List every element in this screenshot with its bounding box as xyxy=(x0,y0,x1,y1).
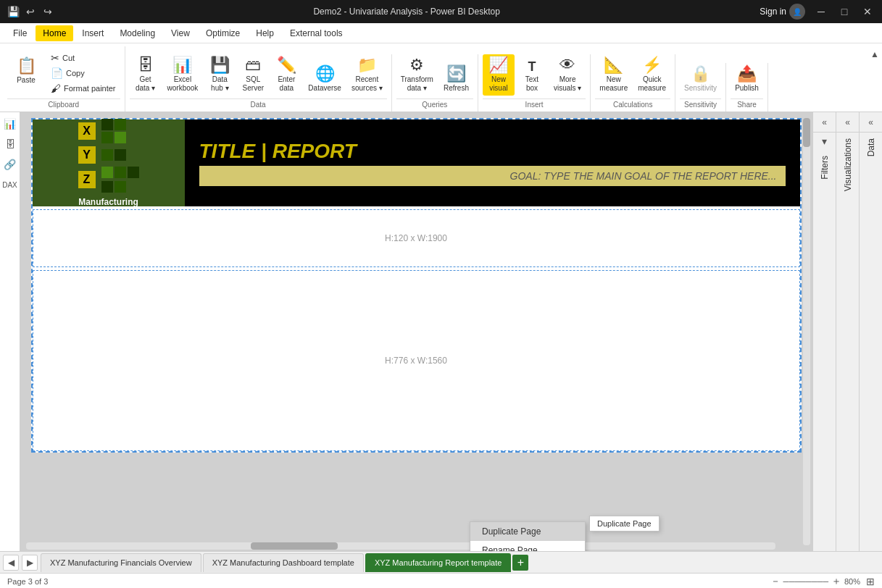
queries-items: ⚙ Transformdata ▾ 🔄 Refresh xyxy=(396,54,473,96)
more-visuals-button[interactable]: 👁 Morevisuals ▾ xyxy=(549,54,586,96)
format-painter-button[interactable]: 🖌Format painter xyxy=(46,81,120,96)
logo-letter-z: Z xyxy=(78,171,96,188)
menu-insert[interactable]: Insert xyxy=(75,25,111,41)
menu-modeling[interactable]: Modeling xyxy=(112,25,162,41)
page-tab-3[interactable]: XYZ Manufacturing Report template xyxy=(365,553,511,572)
calculations-group-label: Calculations xyxy=(595,98,670,109)
get-data-button[interactable]: 🗄 Getdata ▾ xyxy=(130,54,162,96)
dataverse-button[interactable]: 🌐 Dataverse xyxy=(304,63,346,96)
page-tab-1[interactable]: XYZ Manufacturing Financials Overview xyxy=(41,553,201,572)
report-title-area: TITLE | REPORT GOAL: TYPE THE MAIN GOAL … xyxy=(185,119,800,206)
transform-data-button[interactable]: ⚙ Transformdata ▾ xyxy=(396,54,438,96)
page-tab-2[interactable]: XYZ Manufacturing Dashboard template xyxy=(203,553,364,572)
tab-nav-left[interactable]: ◀ xyxy=(3,555,19,571)
vertical-scrollbar[interactable] xyxy=(803,118,810,545)
menu-file[interactable]: File xyxy=(6,25,34,41)
data-items: 🗄 Getdata ▾ 📊 Excelworkbook 💾 Datahub ▾ … xyxy=(130,54,387,96)
ribbon: 📋 Paste ✂Cut 📄Copy 🖌Format painter Clipb… xyxy=(0,43,882,112)
report-title: TITLE | REPORT xyxy=(199,140,786,163)
report-goal: GOAL: TYPE THE MAIN GOAL OF THE REPORT H… xyxy=(199,166,786,186)
status-right: － ──────── ＋ 80% ⊞ xyxy=(770,575,875,588)
minimize-button[interactable]: ─ xyxy=(814,6,828,17)
status-bar: Page 3 of 3 － ──────── ＋ 80% ⊞ xyxy=(0,573,882,588)
publish-button[interactable]: 📤 Publish xyxy=(731,63,763,96)
data-panel-label[interactable]: Data xyxy=(866,133,876,162)
horizontal-scrollbar[interactable] xyxy=(26,542,775,550)
filters-collapse-button[interactable]: « xyxy=(813,112,836,133)
redo-icon[interactable]: ↪ xyxy=(42,6,54,17)
text-box-button[interactable]: T Textbox xyxy=(516,57,548,96)
spacer-section-1: H:120 x W:1900 xyxy=(33,209,800,267)
report-header: X Y xyxy=(33,119,800,206)
left-nav: 📊 🗄 🔗 DAX xyxy=(0,112,20,551)
paste-button[interactable]: 📋 Paste xyxy=(7,46,45,96)
insert-group-label: Insert xyxy=(483,98,586,109)
data-hub-button[interactable]: 💾 Datahub ▾ xyxy=(204,54,236,96)
menu-bar: File Home Insert Modeling View Optimize … xyxy=(0,23,882,43)
excel-icon: 📊 xyxy=(172,57,192,73)
ribbon-collapse-button[interactable]: ▲ xyxy=(870,46,879,59)
ribbon-group-queries: ⚙ Transformdata ▾ 🔄 Refresh Queries xyxy=(392,54,478,112)
enter-data-icon: ✏️ xyxy=(277,57,296,73)
spacer-section-2: H:776 x W:1560 xyxy=(33,270,800,451)
menu-help[interactable]: Help xyxy=(249,25,281,41)
new-measure-button[interactable]: 📐 Newmeasure xyxy=(595,54,632,96)
undo-icon[interactable]: ↩ xyxy=(25,6,36,17)
quick-measure-button[interactable]: ⚡ Quickmeasure xyxy=(633,54,670,96)
menu-optimize[interactable]: Optimize xyxy=(199,25,247,41)
zoom-out-button[interactable]: － xyxy=(770,575,781,588)
zoom-slider[interactable]: ──────── xyxy=(783,577,828,586)
zoom-in-button[interactable]: ＋ xyxy=(831,575,841,588)
new-visual-button[interactable]: 📈 Newvisual xyxy=(483,54,515,96)
maximize-button[interactable]: □ xyxy=(837,6,852,17)
data-collapse-button[interactable]: « xyxy=(860,112,882,133)
visualizations-collapse-button[interactable]: « xyxy=(836,112,859,133)
page-tab-1-label: XYZ Manufacturing Financials Overview xyxy=(50,558,192,567)
canvas-area: X Y xyxy=(20,112,812,551)
nav-model-icon[interactable]: 🔗 xyxy=(1,156,19,173)
new-measure-icon: 📐 xyxy=(604,57,623,73)
copy-button[interactable]: 📄Copy xyxy=(46,66,120,80)
data-hub-icon: 💾 xyxy=(210,57,230,73)
nav-dax-icon[interactable]: DAX xyxy=(1,176,19,193)
sensitivity-button[interactable]: 🔒 Sensitivity xyxy=(680,63,721,96)
text-box-icon: T xyxy=(528,60,536,73)
menu-external-tools[interactable]: External tools xyxy=(283,25,350,41)
publish-icon: 📤 xyxy=(737,66,757,82)
sql-server-button[interactable]: 🗃 SQLServer xyxy=(237,54,269,96)
cut-button[interactable]: ✂Cut xyxy=(46,51,120,65)
recent-sources-button[interactable]: 📁 Recentsources ▾ xyxy=(347,54,387,96)
fit-to-page-icon[interactable]: ⊞ xyxy=(866,576,875,587)
tab-nav-right[interactable]: ▶ xyxy=(22,555,38,571)
scroll-thumb[interactable] xyxy=(803,118,810,147)
excel-workbook-button[interactable]: 📊 Excelworkbook xyxy=(163,54,203,96)
spacer2-dimensions: H:776 x W:1560 xyxy=(385,356,447,366)
clipboard-label: Clipboard xyxy=(7,98,120,109)
format-painter-icon: 🖌 xyxy=(51,83,61,94)
refresh-button[interactable]: 🔄 Refresh xyxy=(439,63,473,96)
visualizations-panel-label[interactable]: Visualizations xyxy=(843,133,853,197)
close-button[interactable]: ✕ xyxy=(860,6,875,17)
nav-data-icon[interactable]: 🗄 xyxy=(1,135,19,153)
menu-view[interactable]: View xyxy=(164,25,197,41)
logo-blocks-y xyxy=(101,149,126,161)
filters-panel: « ▾ Filters xyxy=(812,112,836,551)
ribbon-group-data: 🗄 Getdata ▾ 📊 Excelworkbook 💾 Datahub ▾ … xyxy=(125,54,392,112)
enter-data-button[interactable]: ✏️ Enterdata xyxy=(270,54,302,96)
nav-report-icon[interactable]: 📊 xyxy=(1,115,19,133)
sign-in-button[interactable]: Sign in 👤 xyxy=(760,4,805,20)
save-icon[interactable]: 💾 xyxy=(7,6,19,17)
clipboard-items: 📋 Paste ✂Cut 📄Copy 🖌Format painter xyxy=(7,46,120,96)
logo-letter-y-row: Y xyxy=(78,146,139,164)
context-menu-duplicate-page[interactable]: Duplicate Page xyxy=(470,522,585,541)
user-avatar: 👤 xyxy=(789,4,805,20)
ribbon-group-share: 📤 Publish Share xyxy=(726,63,768,112)
filters-panel-label[interactable]: Filters xyxy=(820,150,830,185)
hscroll-thumb[interactable] xyxy=(251,542,338,550)
context-menu-rename-page[interactable]: Rename Page xyxy=(470,541,585,551)
ribbon-group-calculations: 📐 Newmeasure ⚡ Quickmeasure Calculations xyxy=(591,54,675,112)
data-group-label: Data xyxy=(130,98,387,109)
menu-home[interactable]: Home xyxy=(36,25,73,41)
spacer1-dimensions: H:120 x W:1900 xyxy=(385,233,447,243)
add-page-button[interactable]: + xyxy=(512,555,528,571)
